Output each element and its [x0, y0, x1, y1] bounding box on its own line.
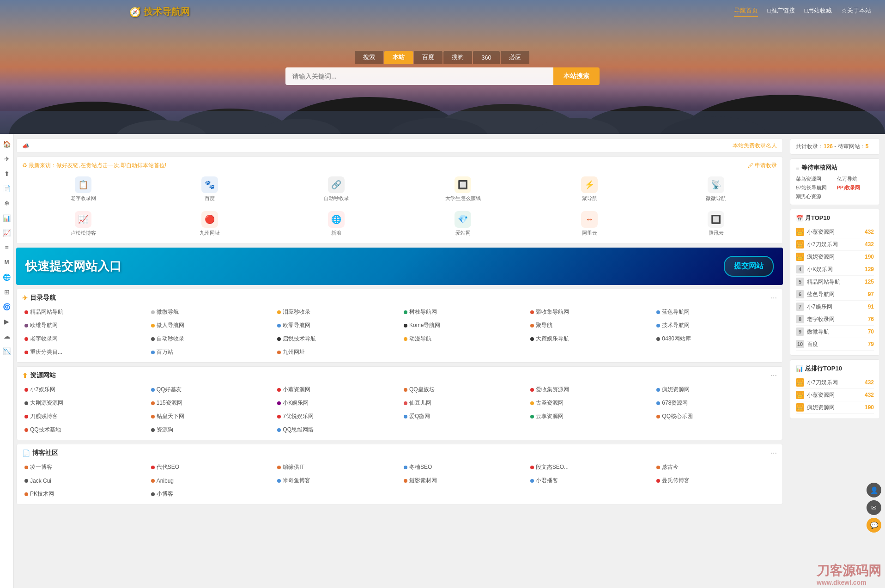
rank-name-4[interactable]: 小K娱乐网	[807, 266, 857, 273]
blog-link-1[interactable]: 代代SEO	[149, 462, 272, 473]
blog-more[interactable]: ···	[771, 449, 777, 457]
blog-link-13[interactable]: 小博客	[149, 489, 272, 499]
site-logo[interactable]: 🧭 技术导航网	[129, 6, 190, 18]
res-link-19[interactable]: 资源狗	[149, 424, 272, 435]
total-rank-name-1[interactable]: 小7刀娱乐网	[807, 379, 857, 387]
res-link-18[interactable]: QQ技术基地	[22, 424, 145, 435]
dir-link-0[interactable]: 精品网站导航	[22, 307, 145, 317]
latest-site-6[interactable]: 📡 微微导航	[655, 174, 777, 204]
res-link-3[interactable]: QQ皇族坛	[401, 384, 524, 395]
sidebar-chart-icon[interactable]: 📊	[0, 212, 13, 224]
tab-search[interactable]: 搜索	[355, 51, 383, 64]
res-link-2[interactable]: 小蕙资源网	[275, 384, 398, 395]
pending-item-2[interactable]: 97站长导航网	[796, 184, 833, 191]
sidebar-play-icon[interactable]: ▶	[0, 315, 13, 328]
dir-link-18[interactable]: 重庆分类目...	[22, 347, 145, 358]
dir-link-14[interactable]: 启悦技术导航	[275, 333, 398, 344]
latest-site-1[interactable]: 📋 老字收录网	[22, 174, 144, 204]
latest-site-12[interactable]: 🔲 腾讯云	[655, 209, 777, 239]
blog-link-3[interactable]: 冬楠SEO	[401, 462, 524, 473]
tab-sogou[interactable]: 搜狗	[443, 51, 472, 64]
float-mail-btn[interactable]: ✉	[867, 500, 881, 508]
blog-link-0[interactable]: 凌一博客	[22, 462, 145, 473]
pending-item-1[interactable]: 亿万导航	[837, 176, 874, 182]
banner-button[interactable]: 提交网站	[724, 256, 774, 277]
nav-home[interactable]: 导航首页	[734, 6, 758, 17]
pending-item-3[interactable]: PPj收录网	[837, 184, 874, 191]
sidebar-bar-icon[interactable]: 📈	[0, 226, 13, 239]
rank-name-9[interactable]: 微微导航	[807, 328, 857, 336]
dir-link-15[interactable]: 动漫导航	[401, 333, 524, 344]
nav-about[interactable]: ☆关于本站	[841, 6, 871, 17]
res-link-15[interactable]: 爱Q微网	[401, 411, 524, 422]
blog-link-2[interactable]: 编缘供IT	[275, 462, 398, 473]
res-link-14[interactable]: 7优悦娱乐网	[275, 411, 398, 422]
dir-link-19[interactable]: 百万站	[149, 347, 272, 358]
sidebar-swirl-icon[interactable]: 🌀	[0, 300, 13, 313]
dir-link-11[interactable]: 技术导航网	[654, 320, 777, 331]
total-rank-name-3[interactable]: 疯妮资源网	[807, 404, 857, 412]
blog-link-5[interactable]: 毖古今	[654, 462, 777, 473]
res-link-16[interactable]: 云享资源网	[528, 411, 651, 422]
res-link-0[interactable]: 小7娱乐网	[22, 384, 145, 395]
sidebar-grid-icon[interactable]: ⊞	[0, 285, 13, 298]
blog-link-8[interactable]: 米奇鱼博客	[275, 475, 398, 486]
latest-site-4[interactable]: 🔲 大学生怎么赚钱	[402, 174, 524, 204]
rank-name-5[interactable]: 精品网站导航	[807, 278, 857, 286]
blog-link-6[interactable]: Jack Cui	[22, 475, 145, 486]
sidebar-cloud-icon[interactable]: ☁	[0, 330, 13, 343]
res-link-9[interactable]: 仙豆儿网	[401, 398, 524, 408]
directory-more[interactable]: ···	[771, 294, 777, 302]
sidebar-nav1-icon[interactable]: ✈	[0, 152, 13, 165]
search-input[interactable]	[285, 67, 553, 85]
nav-bookmark[interactable]: □用站收藏	[804, 6, 832, 17]
sidebar-m-icon[interactable]: M	[0, 256, 13, 269]
dir-link-12[interactable]: 老字收录网	[22, 333, 145, 344]
dir-link-3[interactable]: 树枝导航网	[401, 307, 524, 317]
nav-promotion[interactable]: □推广链接	[767, 6, 795, 17]
sidebar-home-icon[interactable]: 🏠	[0, 138, 13, 151]
tab-360[interactable]: 360	[473, 51, 500, 64]
float-user-btn[interactable]: 👤	[867, 483, 881, 497]
res-link-1[interactable]: QQ好基友	[149, 384, 272, 395]
apply-link[interactable]: 🖊 申请收录	[748, 162, 777, 170]
dir-link-9[interactable]: Kome导航网	[401, 320, 524, 331]
sidebar-menu-icon[interactable]: ≡	[0, 241, 13, 254]
res-link-13[interactable]: 钻皇天下网	[149, 411, 272, 422]
res-link-20[interactable]: QQ思维网络	[275, 424, 398, 435]
res-link-10[interactable]: 古圣资源网	[528, 398, 651, 408]
blog-link-11[interactable]: 曼氏传博客	[654, 475, 777, 486]
res-link-7[interactable]: 115资源网	[149, 398, 272, 408]
dir-link-8[interactable]: 欧零导航网	[275, 320, 398, 331]
res-link-6[interactable]: 大刚源资源网	[22, 398, 145, 408]
notice-text[interactable]: 本站免费收录名人	[733, 142, 777, 150]
sidebar-snowflake-icon[interactable]: ❄	[0, 197, 13, 210]
submit-banner[interactable]: 快速提交网站入口 提交网站	[16, 248, 783, 285]
res-link-17[interactable]: QQ核心乐园	[654, 411, 777, 422]
rank-name-3[interactable]: 疯妮资源网	[807, 253, 857, 261]
res-link-8[interactable]: 小K娱乐网	[275, 398, 398, 408]
sidebar-doc-icon[interactable]: 📄	[0, 182, 13, 195]
dir-link-6[interactable]: 欧维导航网	[22, 320, 145, 331]
rank-name-10[interactable]: 百度	[807, 340, 857, 348]
resources-more[interactable]: ···	[771, 371, 777, 380]
blog-link-9[interactable]: 鲢影素材网	[401, 475, 524, 486]
rank-name-1[interactable]: 小蕙资源网	[807, 228, 857, 236]
dir-link-5[interactable]: 蓝色导航网	[654, 307, 777, 317]
latest-site-8[interactable]: 🔴 九州网址	[149, 209, 271, 239]
latest-site-9[interactable]: 🌐 新浪	[275, 209, 397, 239]
blog-link-4[interactable]: 段文杰SEO...	[528, 462, 651, 473]
dir-link-17[interactable]: 0430网站库	[654, 333, 777, 344]
blog-link-12[interactable]: PK技术网	[22, 489, 145, 499]
tab-thissite[interactable]: 本站	[384, 51, 413, 64]
latest-site-2[interactable]: 🐾 百度	[149, 174, 271, 204]
dir-link-7[interactable]: 微人导航网	[149, 320, 272, 331]
sidebar-globe-icon[interactable]: 🌐	[0, 271, 13, 284]
latest-site-5[interactable]: ⚡ 聚导航	[528, 174, 650, 204]
tab-baidu[interactable]: 百度	[414, 51, 442, 64]
blog-link-10[interactable]: 小君播客	[528, 475, 651, 486]
rank-name-7[interactable]: 小7娱乐网	[807, 303, 857, 311]
res-link-4[interactable]: 爱收集资源网	[528, 384, 651, 395]
search-button[interactable]: 本站搜索	[553, 67, 600, 85]
latest-site-7[interactable]: 📈 卢松松博客	[22, 209, 144, 239]
